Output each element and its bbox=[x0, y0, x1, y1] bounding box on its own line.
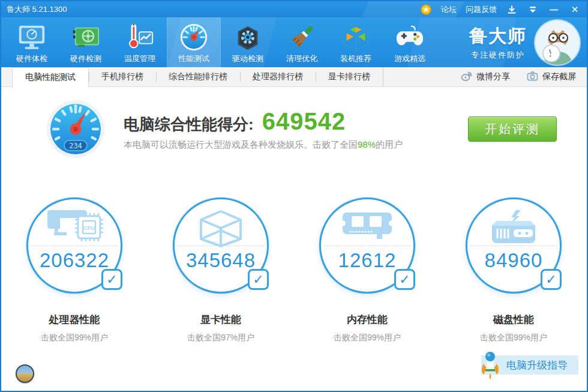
ram-stick-icon bbox=[321, 209, 413, 246]
mascot-avatar bbox=[535, 20, 580, 65]
score-desc-percent: 98% bbox=[358, 139, 376, 149]
tab-label: 综合性能排行榜 bbox=[169, 71, 227, 82]
main-toolbar: 硬件体检 硬件检测 bbox=[1, 17, 587, 67]
check-icon: ✓ bbox=[399, 272, 410, 288]
toolbar-label: 硬件检测 bbox=[70, 53, 101, 64]
cpu-score-circle: CPU 206322 ✓ bbox=[26, 198, 122, 294]
tab-cpu-ranking[interactable]: 处理器排行榜 bbox=[240, 67, 316, 86]
toolbar-item-hardware-detect[interactable]: 硬件检测 bbox=[59, 17, 113, 67]
camera-icon bbox=[527, 71, 538, 83]
divider-dashed bbox=[31, 246, 118, 246]
check-icon: ✓ bbox=[545, 272, 556, 288]
gpu-beat-label: 击败全国97%用户 bbox=[173, 333, 269, 343]
brand-area: 鲁大师 专注硬件防护 bbox=[469, 17, 587, 67]
rocket-icon bbox=[479, 349, 502, 381]
toolbar-label: 硬件体检 bbox=[16, 53, 47, 64]
gamepad-icon bbox=[394, 22, 425, 53]
check-icon: ✓ bbox=[106, 272, 117, 288]
corner-badge-icon[interactable] bbox=[16, 364, 34, 383]
download-icon[interactable] bbox=[506, 4, 518, 15]
speedometer-icon bbox=[178, 22, 209, 53]
toolbar-label: 驱动检测 bbox=[232, 53, 263, 64]
divider-dashed bbox=[470, 246, 557, 246]
score-gauge-icon: 234 bbox=[46, 99, 106, 159]
close-button[interactable]: ✕ bbox=[569, 4, 581, 15]
disk-score-circle: 84960 ✓ bbox=[466, 198, 562, 294]
benchmark-cpu: CPU 206322 ✓ 处理器性能 击败全 bbox=[26, 198, 122, 343]
toolbar-item-hardware-checkup[interactable]: 硬件体检 bbox=[5, 17, 59, 67]
gear-hexagon-icon bbox=[232, 22, 263, 53]
cpu-monitor-icon: CPU bbox=[28, 209, 121, 246]
gpu-cube-icon bbox=[175, 209, 267, 247]
memory-checkbox[interactable]: ✓ bbox=[394, 269, 415, 290]
forum-link[interactable]: 论坛 bbox=[441, 4, 457, 15]
weibo-share-button[interactable]: 微博分享 bbox=[461, 71, 510, 83]
brand-name: 鲁大师 bbox=[469, 24, 527, 49]
tab-label: 显卡排行榜 bbox=[328, 71, 370, 82]
cpu-checkbox[interactable]: ✓ bbox=[101, 269, 122, 290]
tab-pc-performance-test[interactable]: 电脑性能测试 bbox=[12, 67, 89, 87]
score-desc-prefix: 本电脑可以流畅运行大型游戏及各种发烧娱乐。击败了全国 bbox=[124, 139, 358, 149]
brush-icon bbox=[286, 22, 317, 53]
tab-label: 手机排行榜 bbox=[101, 71, 143, 82]
cpu-chip-label: CPU bbox=[83, 225, 95, 231]
window-title: 鲁大师 5.21.1300 bbox=[7, 4, 67, 15]
toolbar-item-clean-optimize[interactable]: 清理优化 bbox=[275, 17, 329, 67]
monitor-scan-icon bbox=[16, 22, 47, 53]
toolbar-item-driver-detect[interactable]: 驱动检测 bbox=[221, 17, 275, 67]
memory-beat-label: 击败全国99%用户 bbox=[319, 333, 415, 343]
disk-drive-icon bbox=[467, 209, 560, 247]
start-benchmark-button[interactable]: 开始评测 bbox=[468, 116, 557, 142]
minimize-button[interactable]: — bbox=[548, 4, 560, 15]
score-title: 电脑综合性能得分: bbox=[124, 114, 254, 135]
skin-menu-icon[interactable] bbox=[527, 4, 539, 15]
benchmark-memory: 12612 ✓ 内存性能 击败全国99%用户 bbox=[319, 198, 415, 343]
gpu-score-circle: 345648 ✓ bbox=[173, 198, 269, 294]
toolbar-label: 清理优化 bbox=[286, 53, 317, 64]
feedback-link[interactable]: 问题反馈 bbox=[466, 4, 497, 15]
cpu-benchmark-label: 处理器性能 bbox=[26, 313, 122, 327]
divider-dashed bbox=[178, 246, 264, 246]
app-window: 鲁大师 5.21.1300 论坛 问题反馈 — bbox=[0, 0, 588, 392]
disk-checkbox[interactable]: ✓ bbox=[541, 269, 562, 290]
check-icon: ✓ bbox=[253, 272, 263, 288]
toolbar-label: 装机推荐 bbox=[340, 53, 371, 64]
cube-icon bbox=[340, 22, 371, 53]
toolbar-label: 性能测试 bbox=[178, 53, 209, 64]
weibo-share-label: 微博分享 bbox=[476, 71, 510, 82]
tab-label: 处理器排行榜 bbox=[253, 71, 303, 82]
score-description: 本电脑可以流畅运行大型游戏及各种发烧娱乐。击败了全国98%的用户 bbox=[124, 139, 403, 151]
disk-beat-label: 击败全国99%用户 bbox=[466, 333, 562, 343]
overall-score-section: 234 电脑综合性能得分: 649542 本电脑可以流畅运行大型游戏及各种发烧娱… bbox=[1, 87, 587, 159]
gpu-checkbox[interactable]: ✓ bbox=[248, 269, 269, 290]
save-screenshot-button[interactable]: 保存截屏 bbox=[527, 71, 576, 83]
gpu-benchmark-label: 显卡性能 bbox=[173, 313, 269, 327]
main-content: 234 电脑综合性能得分: 649542 本电脑可以流畅运行大型游戏及各种发烧娱… bbox=[1, 87, 587, 391]
tab-overall-ranking[interactable]: 综合性能排行榜 bbox=[156, 67, 240, 86]
medal-icon[interactable] bbox=[420, 4, 432, 15]
save-screenshot-label: 保存截屏 bbox=[542, 71, 576, 82]
toolbar-item-temperature[interactable]: 温度管理 bbox=[113, 17, 167, 67]
tab-phone-ranking[interactable]: 手机排行榜 bbox=[89, 67, 156, 86]
gauge-value: 234 bbox=[69, 142, 82, 150]
overall-score-value: 649542 bbox=[262, 108, 346, 135]
tab-bar: 电脑性能测试 手机排行榜 综合性能排行榜 处理器排行榜 显卡排行榜 微博分享 bbox=[1, 67, 587, 87]
toolbar-item-build-recommend[interactable]: 装机推荐 bbox=[329, 17, 383, 67]
upgrade-guide-label: 电脑升级指导 bbox=[506, 358, 568, 372]
title-bar: 鲁大师 5.21.1300 论坛 问题反馈 — bbox=[1, 1, 587, 17]
weibo-icon bbox=[461, 71, 472, 83]
tab-label: 电脑性能测试 bbox=[25, 72, 76, 83]
divider-dashed bbox=[324, 246, 410, 246]
upgrade-guide-button[interactable]: 电脑升级指导 bbox=[481, 355, 578, 375]
score-desc-suffix: 的用户 bbox=[376, 139, 403, 149]
memory-benchmark-label: 内存性能 bbox=[319, 313, 415, 327]
toolbar-item-performance-test[interactable]: 性能测试 bbox=[167, 17, 221, 67]
benchmark-gpu: 345648 ✓ 显卡性能 击败全国97%用户 bbox=[173, 198, 269, 343]
gpu-card-icon bbox=[70, 22, 101, 53]
brand-slogan: 专注硬件防护 bbox=[469, 50, 527, 61]
benchmark-row: CPU 206322 ✓ 处理器性能 击败全 bbox=[1, 198, 587, 343]
benchmark-disk: 84960 ✓ 磁盘性能 击败全国99%用户 bbox=[466, 198, 562, 343]
toolbar-label: 游戏精选 bbox=[394, 53, 425, 64]
toolbar-item-game-select[interactable]: 游戏精选 bbox=[383, 17, 437, 67]
tab-gpu-ranking[interactable]: 显卡排行榜 bbox=[316, 67, 383, 86]
